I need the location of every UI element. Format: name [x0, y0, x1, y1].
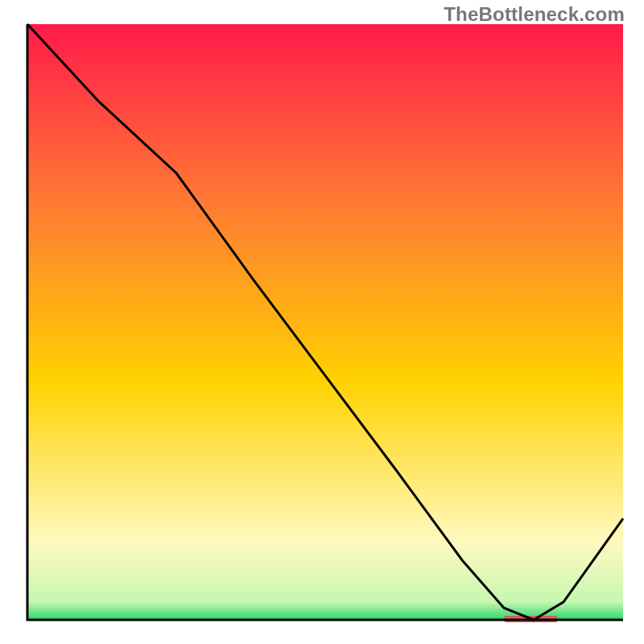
plot-background	[27, 24, 623, 620]
bottleneck-chart	[0, 0, 644, 644]
watermark-text: TheBottleneck.com	[444, 3, 625, 26]
